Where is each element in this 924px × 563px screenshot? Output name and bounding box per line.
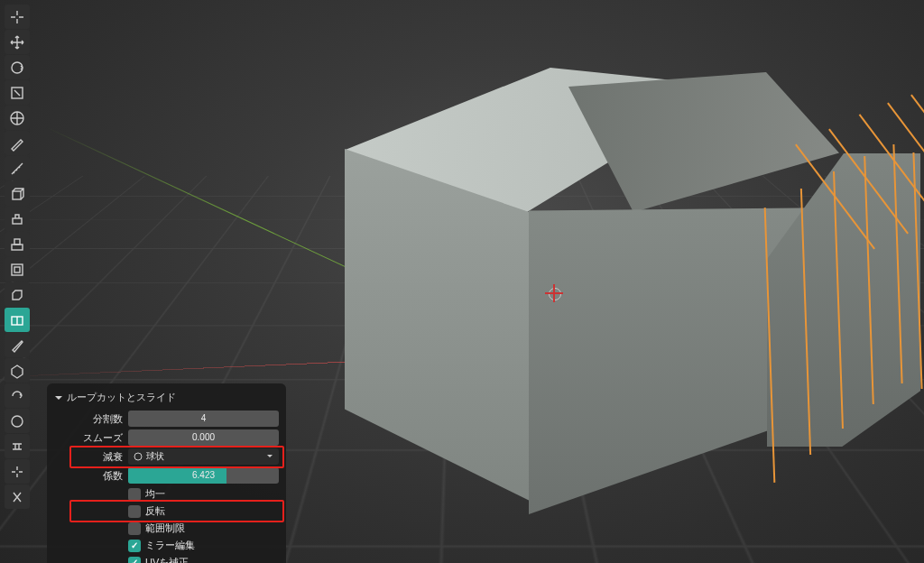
row-smooth: スムーズ 0.000 [54, 429, 279, 447]
flip-checkbox[interactable] [128, 505, 141, 518]
loopcut-tool[interactable] [5, 308, 30, 332]
uv-checkbox[interactable] [128, 557, 141, 564]
svg-rect-3 [13, 191, 21, 199]
3d-cursor [545, 284, 563, 302]
operator-panel: ループカットとスライド 分割数 4 スムーズ 0.000 減衰 球状 係数 6.… [47, 383, 286, 563]
svg-point-11 [134, 453, 142, 460]
falloff-label: 減衰 [54, 450, 128, 464]
cuts-label: 分割数 [54, 412, 128, 426]
clamp-checkbox[interactable] [128, 522, 141, 535]
row-even[interactable]: 均一 [47, 485, 286, 503]
svg-rect-7 [12, 264, 23, 275]
row-factor: 係数 6.423 [54, 466, 279, 485]
svg-rect-6 [14, 239, 20, 245]
extrude-tool[interactable] [5, 207, 30, 231]
shrink-tool[interactable] [5, 459, 30, 484]
scale-tool[interactable] [5, 80, 30, 105]
row-cuts: 分割数 4 [54, 410, 279, 428]
even-checkbox[interactable] [128, 488, 141, 501]
extrude-manifold-tool[interactable] [5, 232, 30, 256]
row-uv[interactable]: UVを補正 [47, 554, 286, 563]
annotate-tool[interactable] [5, 131, 30, 155]
rip-tool[interactable] [5, 485, 30, 509]
cursor-tool[interactable] [5, 5, 30, 29]
sphere-icon [134, 452, 143, 461]
row-mirror[interactable]: ミラー編集 [47, 537, 286, 554]
transform-tool[interactable] [5, 106, 30, 130]
row-clamp[interactable]: 範囲制限 [47, 520, 286, 537]
smooth-tool[interactable] [5, 409, 30, 433]
smooth-label: スムーズ [54, 431, 128, 445]
svg-rect-8 [14, 267, 20, 272]
row-falloff: 減衰 球状 [54, 448, 279, 466]
move-tool[interactable] [5, 30, 30, 54]
edge-slide-tool[interactable] [5, 434, 30, 458]
falloff-dropdown[interactable]: 球状 [128, 448, 279, 465]
spin-tool[interactable] [5, 383, 30, 408]
row-flip[interactable]: 反転 [47, 503, 286, 520]
cuts-field[interactable]: 4 [128, 411, 279, 427]
tool-shelf [5, 5, 32, 509]
rotate-tool[interactable] [5, 55, 30, 79]
chevron-down-icon [266, 453, 273, 460]
add-cube-tool[interactable] [5, 181, 30, 206]
measure-tool[interactable] [5, 156, 30, 180]
svg-point-10 [12, 416, 23, 427]
svg-rect-5 [12, 245, 23, 250]
bevel-tool[interactable] [5, 282, 30, 307]
inset-tool[interactable] [5, 257, 30, 282]
smooth-field[interactable]: 0.000 [128, 429, 279, 446]
factor-label: 係数 [54, 469, 128, 483]
svg-rect-4 [13, 218, 22, 224]
mirror-checkbox[interactable] [128, 540, 141, 552]
polybuild-tool[interactable] [5, 358, 30, 383]
panel-header[interactable]: ループカットとスライド [47, 389, 286, 409]
knife-tool[interactable] [5, 333, 30, 357]
svg-point-0 [12, 62, 23, 73]
panel-title: ループカットとスライド [67, 391, 176, 404]
factor-field[interactable]: 6.423 [128, 467, 279, 484]
chevron-down-icon [54, 393, 63, 402]
